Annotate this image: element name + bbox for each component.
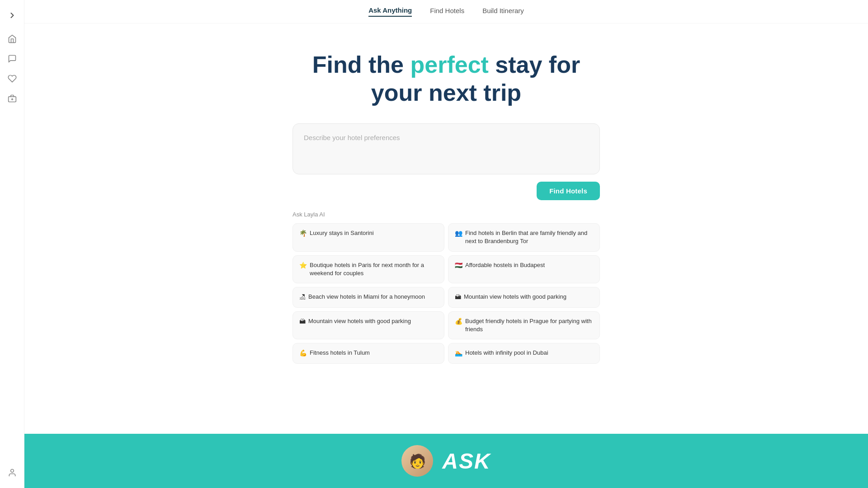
ask-label: ASK — [442, 449, 491, 474]
svg-point-3 — [10, 469, 14, 473]
suggestion-berlin-family[interactable]: 👥 Find hotels in Berlin that are family … — [448, 223, 600, 251]
hero-title-highlight: perfect — [410, 52, 488, 78]
bottom-cta-section: 🧑 ASK — [24, 434, 868, 488]
search-box — [292, 123, 600, 175]
nav-build-itinerary[interactable]: Build Itinerary — [482, 7, 524, 16]
suggestion-miami-beach[interactable]: 🏖 Beach view hotels in Miami for a honey… — [292, 287, 444, 308]
suggestion-text-0: Luxury stays in Santorini — [310, 229, 374, 237]
suggestion-tulum-fitness[interactable]: 💪 Fitness hotels in Tulum — [292, 343, 444, 364]
layla-avatar: 🧑 — [401, 445, 433, 477]
suggestion-emoji-2: ⭐ — [299, 261, 307, 270]
suggestion-text-2: Boutique hotels in Paris for next month … — [310, 261, 438, 277]
sidebar-item-stays[interactable] — [4, 90, 20, 107]
hero-section: Find the perfect stay for your next trip… — [24, 23, 868, 377]
suggestion-luxury-santorini[interactable]: 🌴 Luxury stays in Santorini — [292, 223, 444, 251]
sidebar-item-favorites[interactable] — [4, 70, 20, 87]
nav-find-hotels[interactable]: Find Hotels — [430, 7, 464, 16]
suggestion-dubai-infinity[interactable]: 🏊 Hotels with infinity pool in Dubai — [448, 343, 600, 364]
suggestion-emoji-8: 💪 — [299, 349, 307, 358]
hero-title-line2: your next trip — [371, 80, 521, 106]
suggestion-text-3: Affordable hostels in Budapest — [465, 261, 545, 269]
suggestion-emoji-6: 🏔 — [299, 317, 306, 326]
suggestion-emoji-5: 🏔 — [455, 293, 461, 302]
hero-title: Find the perfect stay for your next trip — [312, 51, 580, 107]
suggestion-text-6: Mountain view hotels with good parking — [308, 317, 411, 325]
suggestions-grid: 🌴 Luxury stays in Santorini 👥 Find hotel… — [292, 223, 600, 363]
suggestion-text-8: Fitness hotels in Tulum — [310, 349, 370, 357]
sidebar — [0, 0, 24, 488]
avatar-image: 🧑 — [401, 445, 433, 477]
main-content: Ask Anything Find Hotels Build Itinerary… — [24, 0, 868, 488]
suggestion-text-4: Beach view hotels in Miami for a honeymo… — [308, 293, 425, 301]
sidebar-toggle[interactable] — [4, 7, 20, 23]
suggestion-emoji-9: 🏊 — [455, 349, 462, 358]
suggestion-paris-boutique[interactable]: ⭐ Boutique hotels in Paris for next mont… — [292, 255, 444, 283]
sidebar-item-home[interactable] — [4, 31, 20, 47]
suggestion-text-9: Hotels with infinity pool in Dubai — [465, 349, 548, 357]
sidebar-item-chat[interactable] — [4, 51, 20, 67]
suggestion-emoji-1: 👥 — [455, 229, 462, 238]
ask-layla-section: Ask Layla AI 🌴 Luxury stays in Santorini… — [292, 211, 600, 363]
suggestion-text-1: Find hotels in Berlin that are family fr… — [465, 229, 593, 245]
find-btn-row: Find Hotels — [292, 182, 600, 200]
suggestion-text-7: Budget friendly hotels in Prague for par… — [465, 317, 593, 333]
nav-ask-anything[interactable]: Ask Anything — [368, 6, 412, 17]
suggestion-emoji-0: 🌴 — [299, 229, 307, 238]
suggestion-emoji-7: 💰 — [455, 317, 462, 326]
search-input[interactable] — [304, 133, 589, 164]
hero-title-suffix: stay for — [489, 52, 580, 78]
suggestion-budapest-hostels[interactable]: 🇭🇺 Affordable hostels in Budapest — [448, 255, 600, 283]
hero-title-prefix: Find the — [312, 52, 410, 78]
suggestion-prague-budget[interactable]: 💰 Budget friendly hotels in Prague for p… — [448, 311, 600, 339]
find-hotels-button[interactable]: Find Hotels — [537, 182, 600, 200]
top-nav: Ask Anything Find Hotels Build Itinerary — [24, 0, 868, 23]
ask-layla-label: Ask Layla AI — [292, 211, 600, 218]
suggestion-mountain-parking-1[interactable]: 🏔 Mountain view hotels with good parking — [448, 287, 600, 308]
suggestion-emoji-4: 🏖 — [299, 293, 306, 302]
suggestion-emoji-3: 🇭🇺 — [455, 261, 462, 270]
suggestion-mountain-parking-2[interactable]: 🏔 Mountain view hotels with good parking — [292, 311, 444, 339]
user-profile-icon[interactable] — [4, 465, 20, 481]
suggestion-text-5: Mountain view hotels with good parking — [464, 293, 566, 301]
